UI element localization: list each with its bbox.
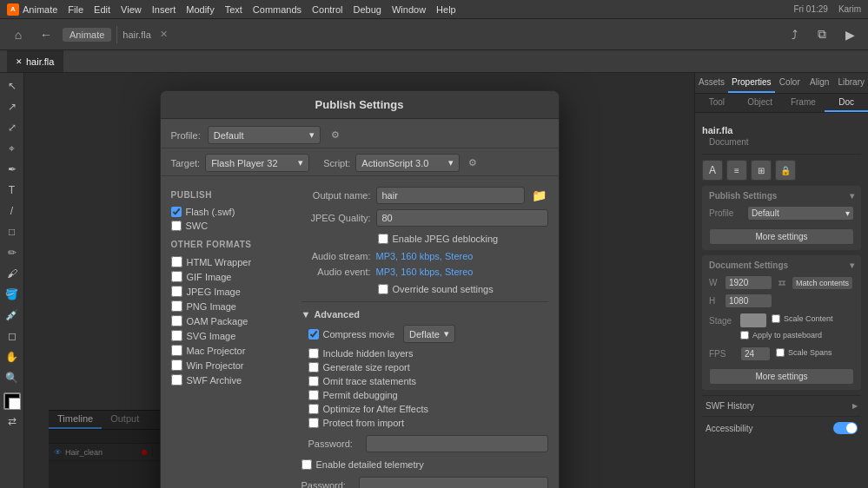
doc-icon-2[interactable]: ≡ <box>726 160 747 181</box>
permit-debug-checkbox[interactable]: Permit debugging <box>308 388 548 402</box>
more-settings-button[interactable]: More settings <box>709 228 854 245</box>
tab-align[interactable]: Align <box>805 73 834 93</box>
advanced-toggle[interactable]: ▼ Advanced <box>301 309 548 320</box>
password2-input[interactable] <box>359 477 548 488</box>
menu-modify[interactable]: Modify <box>186 4 214 15</box>
publish-settings-title[interactable]: Publish Settings ▾ <box>709 191 854 201</box>
menu-view[interactable]: View <box>121 4 142 15</box>
doc-icon-4[interactable]: 🔒 <box>775 160 796 181</box>
swc-input[interactable] <box>171 221 182 231</box>
compress-checkbox[interactable]: Compress movie <box>308 327 395 341</box>
swc-checkbox[interactable]: SWC <box>171 219 293 233</box>
bucket-tool[interactable]: 🪣 <box>3 285 22 304</box>
rpanel-profile-select[interactable]: Default ▾ <box>747 206 854 221</box>
profile-select[interactable]: Default ▾ <box>208 126 321 144</box>
text-tool[interactable]: T <box>3 181 22 200</box>
document-settings-title[interactable]: Document Settings ▾ <box>709 260 854 270</box>
subtab-doc[interactable]: Doc <box>825 94 868 112</box>
menu-edit[interactable]: Edit <box>94 4 110 15</box>
profile-settings-icon[interactable]: ⚙ <box>328 129 343 142</box>
menu-debug[interactable]: Debug <box>354 4 381 15</box>
lasso-tool[interactable]: ⌖ <box>3 139 22 158</box>
free-transform-tool[interactable]: ⤢ <box>3 118 22 137</box>
menu-control[interactable]: Control <box>312 4 342 15</box>
jpeg-quality-input[interactable] <box>376 209 548 227</box>
menu-text[interactable]: Text <box>225 4 242 15</box>
share-button[interactable]: ⤴ <box>783 23 805 46</box>
subtab-frame[interactable]: Frame <box>782 94 825 112</box>
menu-window[interactable]: Window <box>392 4 426 15</box>
output-name-input[interactable] <box>376 187 525 204</box>
protect-import-checkbox[interactable]: Protect from import <box>308 416 548 430</box>
oam-package-checkbox[interactable]: OAM Package <box>171 313 293 328</box>
win-projector-checkbox[interactable]: Win Projector <box>171 358 293 373</box>
back-button[interactable]: ← <box>35 23 57 46</box>
swf-history-row[interactable]: SWF History ▶ <box>702 395 861 416</box>
match-contents-button[interactable]: Match contents <box>792 276 853 290</box>
jpeg-image-checkbox[interactable]: JPEG Image <box>171 284 293 299</box>
svg-image-checkbox[interactable]: SVG Image <box>171 328 293 343</box>
pen-tool[interactable]: ✒ <box>3 160 22 179</box>
tab-color[interactable]: Color <box>775 73 805 93</box>
height-input[interactable] <box>725 293 772 308</box>
close-icon-small[interactable]: ✕ <box>16 57 23 66</box>
target-select[interactable]: Flash Player 32 ▾ <box>205 154 309 172</box>
window-button[interactable]: ⧉ <box>811 23 833 46</box>
generate-size-checkbox[interactable]: Generate size report <box>308 360 548 374</box>
width-input[interactable] <box>725 275 772 290</box>
html-wrapper-checkbox[interactable]: HTML Wrapper <box>171 254 293 269</box>
home-button[interactable]: ⌂ <box>7 23 30 46</box>
color-indicator[interactable] <box>3 392 21 410</box>
swap-colors[interactable]: ⇄ <box>3 412 22 431</box>
more-settings2-button[interactable]: More settings <box>709 368 854 385</box>
rect-tool[interactable]: □ <box>3 222 22 241</box>
swf-archive-checkbox[interactable]: SWF Archive <box>171 373 293 387</box>
compress-type-select[interactable]: Deflate ▾ <box>403 325 455 343</box>
eyedropper-tool[interactable]: 💉 <box>3 306 22 325</box>
app-tab[interactable]: Animate <box>63 28 111 42</box>
subselect-tool[interactable]: ↗ <box>3 97 22 116</box>
mac-projector-checkbox[interactable]: Mac Projector <box>171 343 293 358</box>
flash-swf-checkbox[interactable]: Flash (.swf) <box>171 205 293 219</box>
doc-icon-1[interactable]: A <box>702 160 723 181</box>
subtab-tool[interactable]: Tool <box>695 94 739 112</box>
tab-library[interactable]: Library <box>834 73 868 93</box>
audio-stream-link[interactable]: MP3, 160 kbps, Stereo <box>376 251 474 261</box>
hand-tool[interactable]: ✋ <box>3 347 22 366</box>
flash-swf-input[interactable] <box>171 207 182 217</box>
browse-output-icon[interactable]: 📁 <box>530 187 548 204</box>
scale-spans-checkbox[interactable]: Scale Spans <box>776 348 832 357</box>
script-select[interactable]: ActionScript 3.0 ▾ <box>355 154 460 172</box>
subtab-object[interactable]: Object <box>739 94 782 112</box>
doc-icon-3[interactable]: ⊞ <box>751 160 772 181</box>
select-tool[interactable]: ↖ <box>3 76 22 96</box>
zoom-tool[interactable]: 🔍 <box>3 368 22 387</box>
eraser-tool[interactable]: ◻ <box>3 326 22 346</box>
include-hidden-checkbox[interactable]: Include hidden layers <box>308 346 548 360</box>
png-image-checkbox[interactable]: PNG Image <box>171 299 293 313</box>
menu-help[interactable]: Help <box>436 4 456 15</box>
override-sound-checkbox[interactable]: Override sound settings <box>378 282 548 296</box>
close-tab-icon[interactable]: ✕ <box>160 29 168 40</box>
jpeg-deblock-checkbox[interactable]: Enable JPEG deblocking <box>378 232 548 246</box>
omit-trace-checkbox[interactable]: Omit trace statements <box>308 374 548 388</box>
brush-tool[interactable]: 🖌 <box>3 264 22 283</box>
audio-event-link[interactable]: MP3, 160 kbps, Stereo <box>376 267 474 277</box>
accessibility-row[interactable]: Accessibility <box>702 416 861 439</box>
menu-file[interactable]: File <box>68 4 83 15</box>
password-input[interactable] <box>366 435 548 452</box>
tab-assets[interactable]: Assets <box>695 73 728 93</box>
accessibility-toggle[interactable] <box>833 422 858 434</box>
menu-commands[interactable]: Commands <box>253 4 301 15</box>
fps-input[interactable] <box>740 346 771 361</box>
scale-content-checkbox[interactable]: Scale Content <box>772 314 833 323</box>
tab-hairfla[interactable]: ✕ hair.fla <box>7 50 63 72</box>
tab-properties[interactable]: Properties <box>728 73 775 93</box>
menu-insert[interactable]: Insert <box>152 4 176 15</box>
pencil-tool[interactable]: ✏ <box>3 243 22 262</box>
telemetry-checkbox[interactable]: Enable detailed telemetry <box>301 458 548 472</box>
optimize-after-effects-checkbox[interactable]: Optimize for After Effects <box>308 402 548 416</box>
file-tab[interactable]: hair.fla <box>123 30 150 40</box>
stage-color[interactable] <box>740 313 766 327</box>
line-tool[interactable]: / <box>3 201 22 221</box>
